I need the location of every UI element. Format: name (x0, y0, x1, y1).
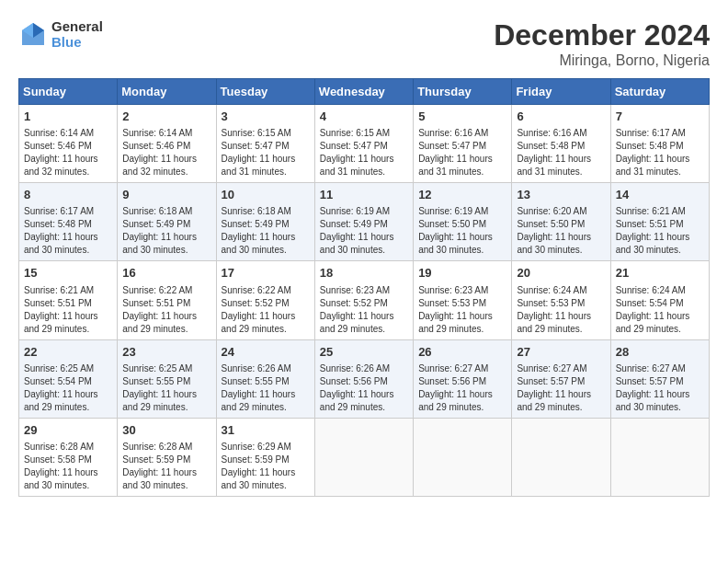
day-number: 18 (320, 265, 408, 282)
page-title: December 2024 (494, 18, 710, 52)
col-saturday: Saturday (610, 79, 709, 105)
logo-icon (18, 21, 48, 47)
day-info: Sunrise: 6:15 AM Sunset: 5:47 PM Dayligh… (320, 127, 408, 178)
day-info: Sunrise: 6:18 AM Sunset: 5:49 PM Dayligh… (122, 205, 210, 257)
day-number: 29 (24, 422, 112, 439)
day-number: 31 (222, 422, 310, 439)
calendar-day-cell: 2Sunrise: 6:14 AM Sunset: 5:46 PM Daylig… (118, 105, 216, 183)
calendar-day-cell (314, 418, 413, 496)
day-number: 20 (517, 265, 605, 282)
day-info: Sunrise: 6:15 AM Sunset: 5:47 PM Dayligh… (222, 127, 310, 178)
day-info: Sunrise: 6:24 AM Sunset: 5:54 PM Dayligh… (616, 284, 704, 336)
day-info: Sunrise: 6:29 AM Sunset: 5:59 PM Dayligh… (222, 441, 310, 492)
day-number: 15 (24, 265, 112, 282)
calendar-day-cell: 5Sunrise: 6:16 AM Sunset: 5:47 PM Daylig… (414, 105, 512, 183)
day-number: 4 (320, 109, 408, 125)
day-info: Sunrise: 6:16 AM Sunset: 5:48 PM Dayligh… (517, 127, 605, 178)
calendar-day-cell: 21Sunrise: 6:24 AM Sunset: 5:54 PM Dayli… (610, 261, 709, 339)
day-number: 22 (24, 344, 112, 361)
day-number: 24 (222, 344, 310, 361)
calendar-day-cell: 11Sunrise: 6:19 AM Sunset: 5:49 PM Dayli… (314, 183, 413, 261)
day-number: 17 (222, 265, 310, 282)
calendar-table: Sunday Monday Tuesday Wednesday Thursday… (18, 78, 710, 497)
day-number: 19 (418, 265, 506, 282)
day-number: 13 (517, 187, 605, 203)
col-friday: Friday (512, 79, 610, 105)
day-number: 2 (122, 109, 210, 125)
calendar-day-cell: 12Sunrise: 6:19 AM Sunset: 5:50 PM Dayli… (414, 183, 512, 261)
day-number: 11 (320, 187, 408, 203)
calendar-day-cell: 25Sunrise: 6:26 AM Sunset: 5:56 PM Dayli… (314, 339, 413, 418)
day-number: 23 (122, 344, 210, 361)
calendar-week-row: 8Sunrise: 6:17 AM Sunset: 5:48 PM Daylig… (19, 183, 710, 261)
col-sunday: Sunday (19, 79, 118, 105)
calendar-day-cell: 17Sunrise: 6:22 AM Sunset: 5:52 PM Dayli… (216, 261, 314, 339)
calendar-day-cell: 9Sunrise: 6:18 AM Sunset: 5:49 PM Daylig… (118, 183, 216, 261)
day-number: 21 (616, 265, 704, 282)
day-number: 7 (616, 109, 704, 125)
calendar-day-cell: 14Sunrise: 6:21 AM Sunset: 5:51 PM Dayli… (610, 183, 709, 261)
calendar-day-cell: 16Sunrise: 6:22 AM Sunset: 5:51 PM Dayli… (118, 261, 216, 339)
logo: General Blue (18, 18, 103, 50)
day-info: Sunrise: 6:27 AM Sunset: 5:56 PM Dayligh… (418, 362, 506, 414)
col-monday: Monday (118, 79, 216, 105)
day-info: Sunrise: 6:22 AM Sunset: 5:52 PM Dayligh… (222, 284, 310, 336)
calendar-day-cell: 27Sunrise: 6:27 AM Sunset: 5:57 PM Dayli… (512, 339, 610, 418)
day-info: Sunrise: 6:18 AM Sunset: 5:49 PM Dayligh… (222, 205, 310, 257)
day-info: Sunrise: 6:28 AM Sunset: 5:58 PM Dayligh… (24, 441, 112, 492)
day-info: Sunrise: 6:19 AM Sunset: 5:50 PM Dayligh… (418, 205, 506, 257)
day-number: 12 (418, 187, 506, 203)
calendar-day-cell: 8Sunrise: 6:17 AM Sunset: 5:48 PM Daylig… (19, 183, 118, 261)
col-tuesday: Tuesday (216, 79, 314, 105)
calendar-day-cell: 28Sunrise: 6:27 AM Sunset: 5:57 PM Dayli… (610, 339, 709, 418)
day-info: Sunrise: 6:14 AM Sunset: 5:46 PM Dayligh… (24, 127, 112, 178)
col-wednesday: Wednesday (314, 79, 413, 105)
day-info: Sunrise: 6:23 AM Sunset: 5:52 PM Dayligh… (320, 284, 408, 336)
day-number: 3 (222, 109, 310, 125)
calendar-day-cell (512, 418, 610, 496)
calendar-week-row: 1Sunrise: 6:14 AM Sunset: 5:46 PM Daylig… (19, 105, 710, 183)
col-thursday: Thursday (414, 79, 512, 105)
day-number: 27 (517, 344, 605, 361)
calendar-header-row: Sunday Monday Tuesday Wednesday Thursday… (19, 79, 710, 105)
calendar-day-cell: 22Sunrise: 6:25 AM Sunset: 5:54 PM Dayli… (19, 339, 118, 418)
calendar-day-cell: 30Sunrise: 6:28 AM Sunset: 5:59 PM Dayli… (118, 418, 216, 496)
calendar-day-cell (414, 418, 512, 496)
calendar-day-cell: 15Sunrise: 6:21 AM Sunset: 5:51 PM Dayli… (19, 261, 118, 339)
day-info: Sunrise: 6:27 AM Sunset: 5:57 PM Dayligh… (616, 362, 704, 414)
calendar-day-cell: 23Sunrise: 6:25 AM Sunset: 5:55 PM Dayli… (118, 339, 216, 418)
calendar-day-cell: 24Sunrise: 6:26 AM Sunset: 5:55 PM Dayli… (216, 339, 314, 418)
day-info: Sunrise: 6:24 AM Sunset: 5:53 PM Dayligh… (517, 284, 605, 336)
calendar-day-cell: 4Sunrise: 6:15 AM Sunset: 5:47 PM Daylig… (314, 105, 413, 183)
day-info: Sunrise: 6:17 AM Sunset: 5:48 PM Dayligh… (616, 127, 704, 178)
day-info: Sunrise: 6:21 AM Sunset: 5:51 PM Dayligh… (24, 284, 112, 336)
page-header: General Blue December 2024 Miringa, Born… (18, 18, 710, 69)
day-info: Sunrise: 6:25 AM Sunset: 5:54 PM Dayligh… (24, 362, 112, 414)
day-info: Sunrise: 6:20 AM Sunset: 5:50 PM Dayligh… (517, 205, 605, 257)
day-number: 5 (418, 109, 506, 125)
day-info: Sunrise: 6:27 AM Sunset: 5:57 PM Dayligh… (517, 362, 605, 414)
day-number: 16 (122, 265, 210, 282)
day-info: Sunrise: 6:14 AM Sunset: 5:46 PM Dayligh… (122, 127, 210, 178)
calendar-day-cell: 20Sunrise: 6:24 AM Sunset: 5:53 PM Dayli… (512, 261, 610, 339)
calendar-day-cell: 31Sunrise: 6:29 AM Sunset: 5:59 PM Dayli… (216, 418, 314, 496)
day-info: Sunrise: 6:17 AM Sunset: 5:48 PM Dayligh… (24, 205, 112, 257)
calendar-day-cell: 18Sunrise: 6:23 AM Sunset: 5:52 PM Dayli… (314, 261, 413, 339)
calendar-week-row: 22Sunrise: 6:25 AM Sunset: 5:54 PM Dayli… (19, 339, 710, 418)
title-block: December 2024 Miringa, Borno, Nigeria (494, 18, 710, 69)
day-info: Sunrise: 6:28 AM Sunset: 5:59 PM Dayligh… (122, 441, 210, 492)
day-number: 14 (616, 187, 704, 203)
calendar-week-row: 15Sunrise: 6:21 AM Sunset: 5:51 PM Dayli… (19, 261, 710, 339)
calendar-day-cell: 7Sunrise: 6:17 AM Sunset: 5:48 PM Daylig… (610, 105, 709, 183)
day-info: Sunrise: 6:26 AM Sunset: 5:56 PM Dayligh… (320, 362, 408, 414)
calendar-day-cell: 6Sunrise: 6:16 AM Sunset: 5:48 PM Daylig… (512, 105, 610, 183)
calendar-day-cell: 13Sunrise: 6:20 AM Sunset: 5:50 PM Dayli… (512, 183, 610, 261)
calendar-day-cell (610, 418, 709, 496)
calendar-day-cell: 1Sunrise: 6:14 AM Sunset: 5:46 PM Daylig… (19, 105, 118, 183)
day-info: Sunrise: 6:16 AM Sunset: 5:47 PM Dayligh… (418, 127, 506, 178)
day-number: 25 (320, 344, 408, 361)
calendar-week-row: 29Sunrise: 6:28 AM Sunset: 5:58 PM Dayli… (19, 418, 710, 496)
calendar-day-cell: 26Sunrise: 6:27 AM Sunset: 5:56 PM Dayli… (414, 339, 512, 418)
day-info: Sunrise: 6:19 AM Sunset: 5:49 PM Dayligh… (320, 205, 408, 257)
day-info: Sunrise: 6:21 AM Sunset: 5:51 PM Dayligh… (616, 205, 704, 257)
